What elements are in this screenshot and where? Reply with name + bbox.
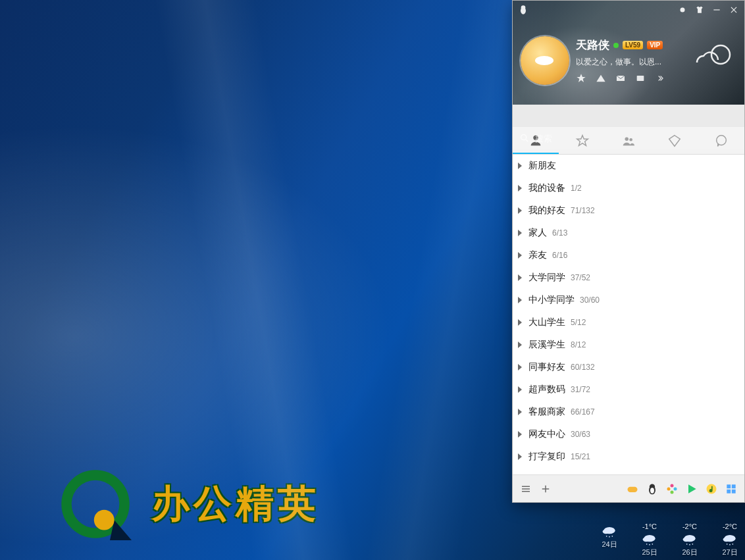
qzone-icon[interactable] <box>576 73 586 84</box>
weather-day[interactable]: -2°C 27日 <box>721 522 738 557</box>
group-name: 我的好友 <box>528 205 565 216</box>
group-count: 66/167 <box>571 407 595 417</box>
cloud-snow-icon <box>681 532 698 546</box>
add-icon[interactable] <box>539 482 552 496</box>
contact-group[interactable]: 新朋友 <box>513 155 744 177</box>
svg-point-17 <box>650 488 654 493</box>
user-icon-row <box>576 73 739 84</box>
desktop-logo: 办公精英 <box>59 468 320 540</box>
contact-group[interactable]: 网友中心 30/63 <box>513 423 744 445</box>
triangle-right-icon <box>518 230 522 236</box>
group-count: 1/2 <box>571 184 582 193</box>
mail-icon[interactable] <box>615 73 626 84</box>
contact-group[interactable]: 打字复印 15/21 <box>513 445 744 468</box>
contact-group[interactable]: 大学同学 37/52 <box>513 267 744 289</box>
contact-group[interactable]: 我的好友 71/132 <box>513 199 744 222</box>
group-name: 同事好友 <box>528 361 565 373</box>
svg-point-31 <box>611 536 613 537</box>
weather-day[interactable]: 24日 <box>601 522 618 557</box>
svg-point-8 <box>711 45 730 64</box>
weather-day-label: 26日 <box>682 547 697 557</box>
contact-group[interactable]: 大山学生 5/12 <box>513 311 744 334</box>
group-count: 6/13 <box>552 228 567 238</box>
svg-point-40 <box>689 544 690 546</box>
contact-group[interactable]: 家人 6/13 <box>513 222 744 244</box>
app-video-icon[interactable] <box>685 482 698 496</box>
contact-group[interactable]: 辰溪学生 8/12 <box>513 334 744 356</box>
contact-group[interactable]: 亲友 6/16 <box>513 244 744 267</box>
app-game-icon[interactable] <box>626 482 639 496</box>
weather-temp: -1°C <box>642 522 657 530</box>
svg-point-20 <box>671 490 674 494</box>
weather-temp: -2°C <box>682 522 697 530</box>
triangle-right-icon <box>518 453 522 460</box>
svg-point-3 <box>521 5 526 10</box>
triangle-right-icon <box>518 274 522 281</box>
contact-group[interactable]: 客服商家 66/167 <box>513 401 744 423</box>
qq-panel: 天路侠 LV59 VIP 以爱之心，做事。以恩... <box>512 0 745 503</box>
group-count: 30/60 <box>580 295 600 305</box>
group-count: 71/132 <box>571 206 595 215</box>
svg-point-35 <box>649 544 650 546</box>
group-name: 打字复印 <box>528 451 565 463</box>
shirt-icon[interactable] <box>694 5 705 15</box>
avatar[interactable] <box>521 36 569 85</box>
desktop-wallpaper: 办公精英 天路侠 <box>0 0 745 560</box>
weather-bar: 24日-1°C 25日-2°C 26日-2°C 27日 <box>601 522 738 557</box>
minimize-icon[interactable] <box>711 5 722 15</box>
tent-icon[interactable] <box>596 73 606 84</box>
svg-rect-14 <box>628 486 638 492</box>
triangle-right-icon <box>518 163 522 169</box>
app-flower-icon[interactable] <box>665 482 679 496</box>
svg-point-9 <box>521 135 527 140</box>
logo-mark-icon <box>59 468 132 540</box>
group-name: 中小学同学 <box>528 294 575 306</box>
svg-rect-25 <box>727 489 731 493</box>
contact-group[interactable]: 中小学同学 30/60 <box>513 289 744 311</box>
menu-icon[interactable] <box>519 482 532 496</box>
triangle-right-icon <box>518 319 522 326</box>
group-name: 我的设备 <box>528 182 565 194</box>
group-name: 新朋友 <box>528 160 556 172</box>
app-penguin-icon[interactable] <box>646 482 659 496</box>
triangle-right-icon <box>518 252 522 259</box>
medal-icon[interactable] <box>677 5 688 15</box>
group-count: 31/72 <box>571 385 590 394</box>
group-name: 家人 <box>528 227 547 239</box>
app-music-icon[interactable] <box>705 482 718 496</box>
weather-day[interactable]: -2°C 26日 <box>681 522 698 557</box>
contact-group[interactable]: 我的设备 1/2 <box>513 177 744 199</box>
svg-point-34 <box>646 544 648 545</box>
cloud-snow-icon <box>721 532 738 546</box>
group-name: 网友中心 <box>528 428 565 440</box>
card-icon[interactable] <box>635 73 646 84</box>
svg-point-1 <box>94 510 115 530</box>
svg-point-45 <box>729 544 731 546</box>
app-manager-icon[interactable] <box>725 482 738 496</box>
qq-banner-wrap: 天路侠 LV59 VIP 以爱之心，做事。以恩... <box>513 1 744 127</box>
vip-badge: VIP <box>647 41 663 49</box>
triangle-right-icon <box>518 297 522 303</box>
contact-group[interactable]: 同事好友 60/132 <box>513 356 744 378</box>
svg-rect-24 <box>732 484 736 488</box>
contact-group[interactable]: 超声数码 31/72 <box>513 378 744 401</box>
weather-day[interactable]: -1°C 25日 <box>641 522 658 557</box>
weather-temp: -2°C <box>723 522 737 530</box>
group-count: 30/63 <box>571 430 590 439</box>
svg-point-19 <box>674 487 677 490</box>
group-name: 大学同学 <box>528 272 565 284</box>
banner-weather-icon[interactable] <box>692 40 738 73</box>
triangle-right-icon <box>518 409 522 415</box>
search-input[interactable] <box>535 134 738 143</box>
more-icon[interactable] <box>655 73 665 84</box>
search-bar[interactable] <box>513 127 744 149</box>
group-name: 亲友 <box>528 249 547 261</box>
svg-rect-23 <box>727 484 731 488</box>
svg-point-46 <box>732 544 733 545</box>
svg-rect-26 <box>732 489 736 493</box>
contact-group-list[interactable]: 新朋友 我的设备 1/2 我的好友 71/132 家人 6/13 亲友 6/16… <box>513 155 744 474</box>
svg-point-41 <box>692 544 693 545</box>
penguin-icon[interactable] <box>518 5 528 15</box>
close-icon[interactable] <box>729 5 739 15</box>
panel-footer <box>513 474 744 502</box>
